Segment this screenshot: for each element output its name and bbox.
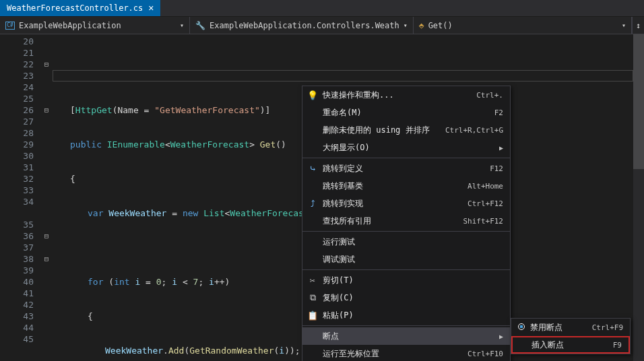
context-menu: 💡快速操作和重构...Ctrl+. 重命名(M)F2 删除未使用的 using … [302, 86, 511, 361]
copy-icon: ⧉ [307, 292, 319, 303]
csharp-icon: C# [5, 22, 15, 30]
crumb-label: Get() [428, 21, 453, 30]
crumb-label: ExampleWebApplication [19, 21, 121, 30]
goto-impl-icon: ⤴ [307, 199, 319, 209]
menu-cut[interactable]: ✂剪切(T) [302, 271, 510, 289]
fold-column[interactable]: ⊟⊟⊟⊟ [40, 34, 53, 361]
chevron-right-icon: ▶ [499, 333, 503, 340]
menu-run-to-cursor[interactable]: 运行至光标位置Ctrl+F10 [302, 345, 510, 361]
menu-goto-impl[interactable]: ⤴跳转到实现Ctrl+F12 [302, 195, 510, 212]
method-icon: ⬘ [419, 20, 424, 30]
crumb-label: ExampleWebApplication.Controllers.Weath [210, 21, 399, 30]
chevron-down-icon[interactable]: ▾ [622, 22, 626, 29]
chevron-down-icon[interactable]: ▾ [404, 22, 408, 29]
menu-rename[interactable]: 重命名(M)F2 [302, 104, 510, 121]
menu-copy[interactable]: ⧉复制(C) [302, 289, 510, 306]
submenu-disable-breakpoint[interactable]: 禁用断点Ctrl+F9 [511, 319, 630, 336]
menu-goto-def[interactable]: ⤷跳转到定义F12 [302, 160, 510, 177]
menu-separator [302, 231, 510, 232]
menu-run-tests[interactable]: 运行测试 [302, 233, 510, 251]
menu-separator [302, 158, 510, 158]
tab-title: WeatherForecastController.cs [7, 3, 143, 13]
class-icon: 🔧 [195, 21, 205, 30]
menu-separator [302, 269, 510, 270]
menu-remove-using[interactable]: 删除未使用的 using 并排序Ctrl+R,Ctrl+G [302, 121, 510, 139]
goto-def-icon: ⤷ [307, 164, 319, 174]
menu-paste[interactable]: 📋粘贴(P) [302, 306, 510, 324]
chevron-down-icon[interactable]: ▾ [180, 22, 184, 29]
crumb-project[interactable]: C# ExampleWebApplication ▾ [0, 17, 190, 34]
menu-outline[interactable]: 大纲显示(O)▶ [302, 139, 510, 156]
menu-debug-tests[interactable]: 调试测试 [302, 251, 510, 268]
tab-bar: WeatherForecastController.cs × [0, 0, 644, 17]
crumb-method[interactable]: ⬘ Get() ▾ [414, 17, 632, 34]
menu-separator [302, 325, 510, 326]
breakpoint-disable-icon [515, 323, 527, 332]
menu-quick-actions[interactable]: 💡快速操作和重构...Ctrl+. [302, 86, 510, 104]
menu-breakpoint[interactable]: 断点▶ [302, 327, 510, 345]
split-icon[interactable]: ↕ [632, 17, 644, 34]
menu-goto-base[interactable]: 跳转到基类Alt+Home [302, 177, 510, 195]
line-numbers: 2021222324252627282930313233343536373839… [0, 34, 40, 361]
vertical-scrollbar[interactable] [633, 34, 644, 361]
scrollbar-thumb[interactable] [633, 34, 644, 169]
close-icon[interactable]: × [148, 3, 154, 13]
breadcrumb: C# ExampleWebApplication ▾ 🔧 ExampleWebA… [0, 17, 644, 34]
menu-find-refs[interactable]: 查找所有引用Shift+F12 [302, 212, 510, 230]
crumb-class[interactable]: 🔧 ExampleWebApplication.Controllers.Weat… [190, 17, 414, 34]
lightbulb-icon: 💡 [307, 90, 319, 100]
cut-icon: ✂ [307, 275, 319, 286]
current-line-highlight [53, 70, 633, 81]
file-tab[interactable]: WeatherForecastController.cs × [0, 0, 160, 16]
paste-icon: 📋 [307, 310, 319, 321]
chevron-right-icon: ▶ [499, 144, 503, 152]
breakpoint-submenu: 禁用断点Ctrl+F9 插入断点F9 [511, 318, 631, 354]
submenu-insert-breakpoint[interactable]: 插入断点F9 [511, 336, 630, 354]
